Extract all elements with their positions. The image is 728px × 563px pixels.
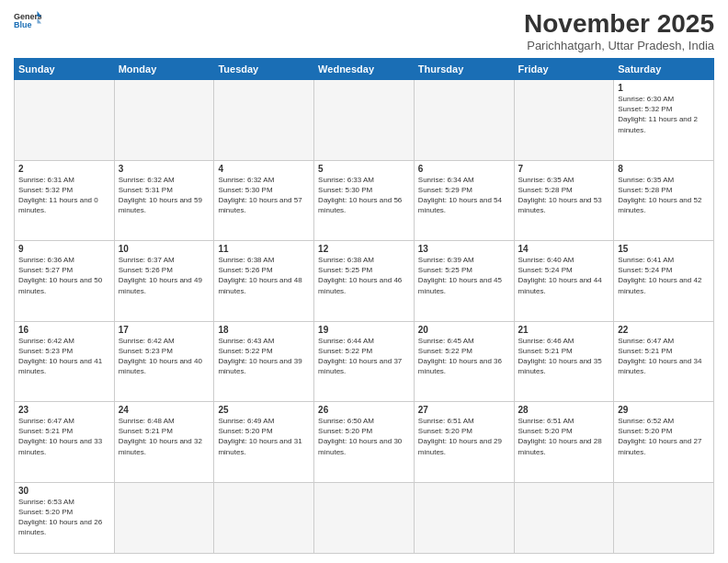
- logo: General Blue: [14, 9, 41, 29]
- day-number: 27: [418, 405, 510, 415]
- title-block: November 2025 Parichhatgarh, Uttar Prade…: [524, 9, 714, 52]
- day-number: 13: [418, 244, 510, 254]
- day-info: Sunrise: 6:32 AMSunset: 5:31 PMDaylight:…: [119, 175, 210, 216]
- page: General Blue November 2025 Parichhatgarh…: [0, 0, 728, 563]
- table-row: 1Sunrise: 6:30 AMSunset: 5:32 PMDaylight…: [614, 80, 714, 161]
- col-monday: Monday: [114, 59, 214, 80]
- day-info: Sunrise: 6:35 AMSunset: 5:28 PMDaylight:…: [618, 175, 710, 216]
- day-number: 28: [518, 405, 610, 415]
- day-info: Sunrise: 6:51 AMSunset: 5:20 PMDaylight:…: [518, 416, 610, 457]
- day-info: Sunrise: 6:32 AMSunset: 5:30 PMDaylight:…: [218, 175, 310, 216]
- day-info: Sunrise: 6:45 AMSunset: 5:22 PMDaylight:…: [418, 336, 510, 377]
- day-info: Sunrise: 6:40 AMSunset: 5:24 PMDaylight:…: [518, 255, 610, 296]
- day-info: Sunrise: 6:49 AMSunset: 5:20 PMDaylight:…: [218, 416, 310, 457]
- table-row: 26Sunrise: 6:50 AMSunset: 5:20 PMDayligh…: [314, 402, 415, 483]
- day-info: Sunrise: 6:39 AMSunset: 5:25 PMDaylight:…: [418, 255, 510, 296]
- table-row: 5Sunrise: 6:33 AMSunset: 5:30 PMDaylight…: [314, 160, 415, 241]
- day-info: Sunrise: 6:38 AMSunset: 5:26 PMDaylight:…: [218, 255, 310, 296]
- table-row: 16Sunrise: 6:42 AMSunset: 5:23 PMDayligh…: [15, 321, 115, 402]
- day-number: 22: [618, 325, 710, 335]
- day-info: Sunrise: 6:46 AMSunset: 5:21 PMDaylight:…: [518, 336, 610, 377]
- day-info: Sunrise: 6:34 AMSunset: 5:29 PMDaylight:…: [418, 175, 510, 216]
- day-number: 29: [618, 405, 710, 415]
- table-row: 12Sunrise: 6:38 AMSunset: 5:25 PMDayligh…: [314, 241, 415, 322]
- day-number: 7: [518, 164, 610, 174]
- day-info: Sunrise: 6:42 AMSunset: 5:23 PMDaylight:…: [119, 336, 210, 377]
- day-info: Sunrise: 6:41 AMSunset: 5:24 PMDaylight:…: [618, 255, 710, 296]
- day-number: 10: [119, 244, 210, 254]
- table-row: 2Sunrise: 6:31 AMSunset: 5:32 PMDaylight…: [15, 160, 115, 241]
- table-row: 11Sunrise: 6:38 AMSunset: 5:26 PMDayligh…: [214, 241, 314, 322]
- table-row: [414, 80, 514, 161]
- table-row: 21Sunrise: 6:46 AMSunset: 5:21 PMDayligh…: [514, 321, 614, 402]
- table-row: 14Sunrise: 6:40 AMSunset: 5:24 PMDayligh…: [514, 241, 614, 322]
- table-row: [514, 482, 614, 554]
- day-info: Sunrise: 6:52 AMSunset: 5:20 PMDaylight:…: [618, 416, 710, 457]
- table-row: 19Sunrise: 6:44 AMSunset: 5:22 PMDayligh…: [314, 321, 415, 402]
- day-number: 26: [318, 405, 410, 415]
- table-row: 27Sunrise: 6:51 AMSunset: 5:20 PMDayligh…: [414, 402, 514, 483]
- day-info: Sunrise: 6:51 AMSunset: 5:20 PMDaylight:…: [418, 416, 510, 457]
- day-number: 12: [318, 244, 410, 254]
- table-row: 25Sunrise: 6:49 AMSunset: 5:20 PMDayligh…: [214, 402, 314, 483]
- day-info: Sunrise: 6:38 AMSunset: 5:25 PMDaylight:…: [318, 255, 410, 296]
- table-row: 13Sunrise: 6:39 AMSunset: 5:25 PMDayligh…: [414, 241, 514, 322]
- day-info: Sunrise: 6:30 AMSunset: 5:32 PMDaylight:…: [618, 94, 710, 135]
- table-row: [214, 80, 314, 161]
- day-number: 11: [218, 244, 310, 254]
- day-number: 24: [119, 405, 210, 415]
- table-row: [114, 80, 214, 161]
- table-row: 15Sunrise: 6:41 AMSunset: 5:24 PMDayligh…: [614, 241, 714, 322]
- day-number: 1: [618, 83, 710, 93]
- table-row: 6Sunrise: 6:34 AMSunset: 5:29 PMDaylight…: [414, 160, 514, 241]
- svg-text:Blue: Blue: [14, 20, 32, 29]
- table-row: [214, 482, 314, 554]
- day-number: 14: [518, 244, 610, 254]
- day-info: Sunrise: 6:36 AMSunset: 5:27 PMDaylight:…: [18, 255, 110, 296]
- day-info: Sunrise: 6:33 AMSunset: 5:30 PMDaylight:…: [318, 175, 410, 216]
- table-row: [314, 482, 415, 554]
- table-row: 3Sunrise: 6:32 AMSunset: 5:31 PMDaylight…: [114, 160, 214, 241]
- day-info: Sunrise: 6:44 AMSunset: 5:22 PMDaylight:…: [318, 336, 410, 377]
- table-row: 20Sunrise: 6:45 AMSunset: 5:22 PMDayligh…: [414, 321, 514, 402]
- day-info: Sunrise: 6:47 AMSunset: 5:21 PMDaylight:…: [618, 336, 710, 377]
- col-tuesday: Tuesday: [214, 59, 314, 80]
- day-number: 6: [418, 164, 510, 174]
- table-row: 18Sunrise: 6:43 AMSunset: 5:22 PMDayligh…: [214, 321, 314, 402]
- table-row: 7Sunrise: 6:35 AMSunset: 5:28 PMDaylight…: [514, 160, 614, 241]
- table-row: 28Sunrise: 6:51 AMSunset: 5:20 PMDayligh…: [514, 402, 614, 483]
- day-number: 20: [418, 325, 510, 335]
- table-row: 9Sunrise: 6:36 AMSunset: 5:27 PMDaylight…: [15, 241, 115, 322]
- day-info: Sunrise: 6:31 AMSunset: 5:32 PMDaylight:…: [18, 175, 110, 216]
- col-sunday: Sunday: [15, 59, 115, 80]
- table-row: 4Sunrise: 6:32 AMSunset: 5:30 PMDaylight…: [214, 160, 314, 241]
- day-number: 21: [518, 325, 610, 335]
- month-title: November 2025: [524, 9, 714, 39]
- day-number: 9: [18, 244, 110, 254]
- day-info: Sunrise: 6:53 AMSunset: 5:20 PMDaylight:…: [18, 497, 110, 538]
- table-row: 22Sunrise: 6:47 AMSunset: 5:21 PMDayligh…: [614, 321, 714, 402]
- location: Parichhatgarh, Uttar Pradesh, India: [524, 39, 714, 52]
- table-row: 17Sunrise: 6:42 AMSunset: 5:23 PMDayligh…: [114, 321, 214, 402]
- table-row: 24Sunrise: 6:48 AMSunset: 5:21 PMDayligh…: [114, 402, 214, 483]
- day-info: Sunrise: 6:47 AMSunset: 5:21 PMDaylight:…: [18, 416, 110, 457]
- day-info: Sunrise: 6:48 AMSunset: 5:21 PMDaylight:…: [119, 416, 210, 457]
- table-row: 8Sunrise: 6:35 AMSunset: 5:28 PMDaylight…: [614, 160, 714, 241]
- col-saturday: Saturday: [614, 59, 714, 80]
- table-row: 30Sunrise: 6:53 AMSunset: 5:20 PMDayligh…: [15, 482, 115, 554]
- table-row: 29Sunrise: 6:52 AMSunset: 5:20 PMDayligh…: [614, 402, 714, 483]
- day-number: 16: [18, 325, 110, 335]
- day-number: 4: [218, 164, 310, 174]
- day-number: 30: [18, 486, 110, 496]
- calendar-header-row: Sunday Monday Tuesday Wednesday Thursday…: [15, 59, 714, 80]
- col-wednesday: Wednesday: [314, 59, 415, 80]
- day-number: 3: [119, 164, 210, 174]
- day-number: 18: [218, 325, 310, 335]
- logo-icon: General Blue: [14, 9, 41, 29]
- header: General Blue November 2025 Parichhatgarh…: [14, 9, 714, 52]
- col-thursday: Thursday: [414, 59, 514, 80]
- table-row: [414, 482, 514, 554]
- day-number: 2: [18, 164, 110, 174]
- day-info: Sunrise: 6:42 AMSunset: 5:23 PMDaylight:…: [18, 336, 110, 377]
- table-row: 10Sunrise: 6:37 AMSunset: 5:26 PMDayligh…: [114, 241, 214, 322]
